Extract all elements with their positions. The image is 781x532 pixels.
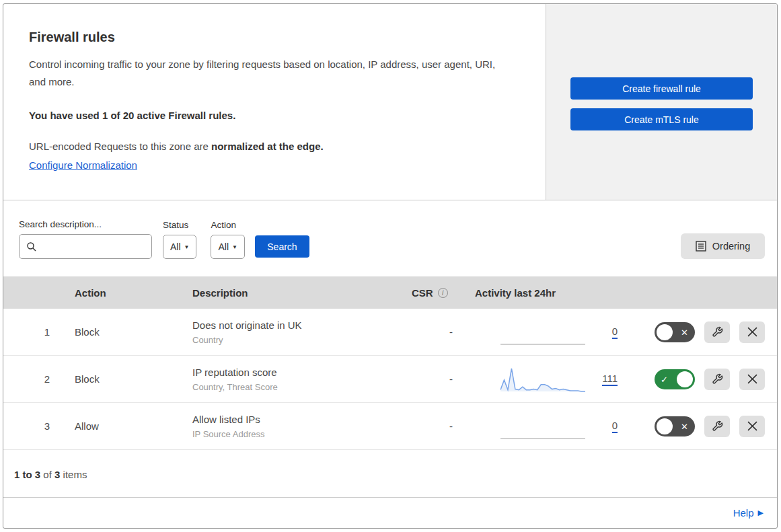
- chevron-down-icon: ▼: [184, 244, 190, 250]
- check-icon: ✓: [661, 374, 668, 384]
- rule-description: IP reputation score: [192, 365, 408, 379]
- edit-rule-button[interactable]: [704, 321, 730, 343]
- normalization-bold: normalized at the edge.: [211, 141, 324, 152]
- table-row: 3 Allow Allow listed IPs IP Source Addre…: [3, 403, 777, 450]
- status-select[interactable]: All ▼: [163, 235, 196, 259]
- firewall-rules-card: Firewall rules Control incoming traffic …: [3, 3, 778, 529]
- ordering-button[interactable]: Ordering: [681, 233, 765, 259]
- items-range: 1 to 3: [14, 469, 40, 480]
- activity-count-link[interactable]: 0: [612, 420, 618, 433]
- status-select-value: All: [170, 241, 181, 252]
- header-section: Firewall rules Control incoming traffic …: [3, 4, 777, 200]
- delete-rule-button[interactable]: [739, 416, 765, 437]
- rule-csr: -: [408, 373, 475, 385]
- normalization-notice: URL-encoded Requests to this zone are no…: [29, 139, 519, 174]
- rule-controls: ✓ ✕: [643, 369, 777, 390]
- rule-description: Does not originate in UK: [192, 318, 408, 332]
- page-description: Control incoming traffic to your zone by…: [29, 56, 513, 91]
- rule-priority: 1: [3, 326, 75, 338]
- rule-action: Block: [75, 373, 192, 385]
- help-bar: Help ▶: [3, 497, 777, 528]
- rule-priority: 3: [3, 420, 75, 432]
- search-input[interactable]: [41, 237, 163, 257]
- rule-description-cell: Allow listed IPs IP Source Address: [192, 412, 408, 441]
- close-icon: [747, 421, 757, 431]
- toggle-knob: [657, 324, 673, 340]
- rule-fields: IP Source Address: [192, 428, 408, 441]
- rule-enabled-toggle[interactable]: ✓ ✕: [655, 416, 695, 436]
- rule-priority: 2: [3, 373, 75, 385]
- action-select[interactable]: All ▼: [211, 235, 244, 259]
- arrow-right-icon: ▶: [758, 508, 764, 517]
- search-icon: [26, 241, 37, 252]
- column-header-action: Action: [75, 287, 192, 299]
- rule-description-cell: IP reputation score Country, Threat Scor…: [192, 365, 408, 393]
- search-button[interactable]: Search: [255, 235, 309, 258]
- filter-bar: Search description... Status All ▼ Actio…: [3, 200, 777, 276]
- help-link-label: Help: [733, 507, 754, 519]
- rule-controls: ✓ ✕: [643, 321, 777, 343]
- x-icon: ✕: [681, 421, 688, 431]
- rule-action: Allow: [75, 420, 192, 432]
- actions-panel: Create firewall rule Create mTLS rule: [546, 4, 777, 200]
- ordering-button-label: Ordering: [712, 241, 750, 252]
- column-header-csr: CSR i: [408, 287, 475, 299]
- rule-controls: ✓ ✕: [643, 416, 777, 437]
- toggle-knob: [657, 418, 673, 434]
- edit-rule-button[interactable]: [704, 416, 730, 437]
- toggle-knob: [677, 371, 693, 387]
- page-title: Firewall rules: [29, 30, 519, 45]
- delete-rule-button[interactable]: [739, 369, 765, 390]
- x-icon: ✕: [681, 327, 688, 337]
- rule-enabled-toggle[interactable]: ✓ ✕: [655, 369, 695, 389]
- activity-sparkline: [500, 319, 585, 346]
- close-icon: [747, 327, 757, 337]
- action-label: Action: [211, 220, 244, 230]
- usage-notice: You have used 1 of 20 active Firewall ru…: [29, 110, 519, 121]
- column-header-activity: Activity last 24hr: [475, 287, 643, 299]
- rule-fields: Country: [192, 334, 408, 346]
- header-text-block: Firewall rules Control incoming traffic …: [3, 4, 546, 200]
- table-row: 2 Block IP reputation score Country, Thr…: [3, 356, 777, 403]
- rule-fields: Country, Threat Score: [192, 381, 408, 393]
- search-group: Search description...: [19, 219, 152, 259]
- activity-count-link[interactable]: 111: [602, 373, 618, 386]
- rule-enabled-toggle[interactable]: ✓ ✕: [655, 322, 695, 342]
- delete-rule-button[interactable]: [739, 321, 765, 343]
- info-icon[interactable]: i: [438, 288, 448, 298]
- rule-activity-cell: 0: [475, 413, 643, 440]
- pagination-summary: 1 to 3 of 3 items: [3, 450, 777, 497]
- rule-activity-cell: 0: [475, 319, 643, 346]
- help-link[interactable]: Help ▶: [733, 507, 764, 519]
- chevron-down-icon: ▼: [232, 244, 237, 250]
- action-select-value: All: [218, 241, 229, 252]
- normalization-prefix: URL-encoded Requests to this zone are: [29, 141, 211, 152]
- wrench-icon: [712, 326, 723, 338]
- rule-csr: -: [408, 420, 475, 432]
- items-text: items: [60, 469, 87, 480]
- csr-header-label: CSR: [412, 287, 433, 299]
- activity-count-link[interactable]: 0: [612, 326, 618, 339]
- wrench-icon: [712, 373, 723, 385]
- activity-sparkline: [500, 413, 585, 440]
- configure-normalization-link[interactable]: Configure Normalization: [29, 157, 137, 174]
- table-header: Action Description CSR i Activity last 2…: [3, 276, 777, 309]
- create-firewall-rule-button[interactable]: Create firewall rule: [570, 77, 753, 100]
- rule-activity-cell: 111: [475, 366, 643, 393]
- of-text: of: [40, 469, 54, 480]
- create-mtls-rule-button[interactable]: Create mTLS rule: [570, 108, 753, 130]
- rule-description-cell: Does not originate in UK Country: [192, 318, 408, 346]
- status-filter-group: Status All ▼: [163, 220, 196, 259]
- rule-action: Block: [75, 326, 192, 338]
- action-filter-group: Action All ▼: [211, 220, 244, 259]
- edit-rule-button[interactable]: [704, 369, 730, 390]
- search-label: Search description...: [19, 219, 152, 229]
- status-label: Status: [163, 220, 196, 230]
- activity-sparkline: [500, 366, 585, 393]
- rule-description: Allow listed IPs: [192, 412, 408, 426]
- wrench-icon: [712, 420, 723, 432]
- rule-csr: -: [408, 326, 475, 338]
- list-icon: [696, 241, 706, 252]
- search-box[interactable]: [19, 234, 152, 259]
- close-icon: [747, 374, 757, 384]
